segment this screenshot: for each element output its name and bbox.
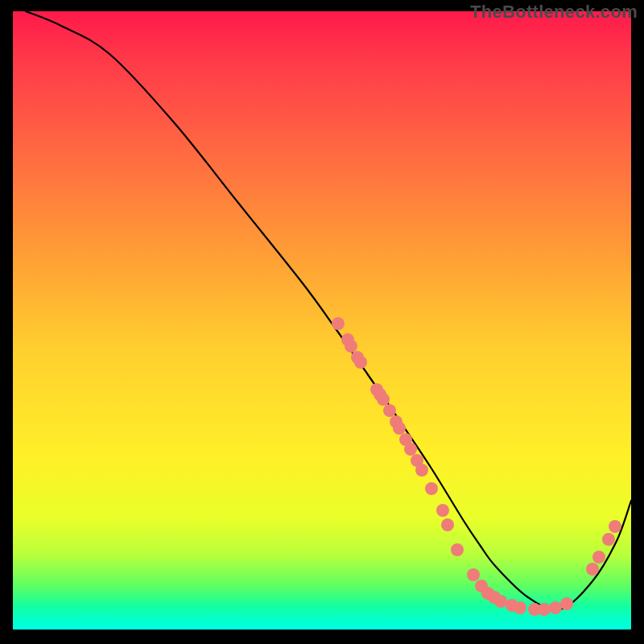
highlight-point <box>404 443 417 456</box>
highlight-point <box>383 404 396 417</box>
highlight-point <box>393 422 406 435</box>
highlight-point <box>560 597 573 610</box>
chart-curve <box>26 11 631 610</box>
highlight-point <box>354 356 367 369</box>
chart-plot-area <box>13 11 631 630</box>
highlight-point <box>609 520 621 533</box>
highlight-point <box>332 317 345 330</box>
chart-svg <box>13 11 631 630</box>
highlight-point <box>538 603 551 616</box>
highlight-point <box>451 543 464 556</box>
highlight-point <box>436 504 449 517</box>
highlight-point <box>592 551 605 564</box>
highlight-point <box>602 533 615 546</box>
highlight-point <box>467 568 480 581</box>
highlight-point <box>549 601 562 614</box>
highlight-point <box>494 595 507 608</box>
highlight-point <box>441 518 454 531</box>
highlight-point <box>586 563 599 576</box>
highlight-point <box>415 464 428 477</box>
highlight-point <box>514 601 526 614</box>
chart-highlight-points <box>332 317 621 616</box>
watermark-text: TheBottleneck.com <box>470 2 638 23</box>
highlight-point <box>345 340 357 353</box>
highlight-point <box>425 482 438 495</box>
highlight-point <box>377 393 390 406</box>
chart-stage: TheBottleneck.com <box>0 0 644 644</box>
